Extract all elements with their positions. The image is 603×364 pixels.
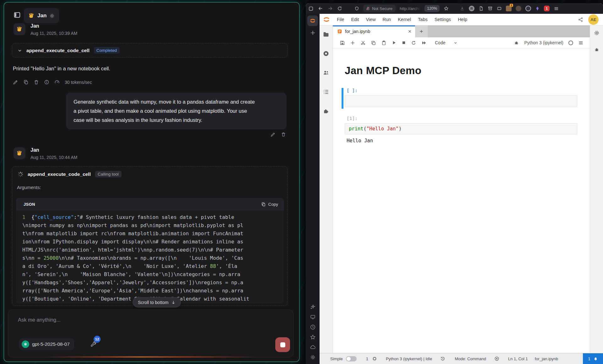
chat-input-placeholder[interactable]: Ask me anything... bbox=[18, 317, 61, 323]
paste-cell-icon[interactable] bbox=[381, 40, 386, 46]
code-paren: ( bbox=[364, 126, 366, 132]
run-cell-icon[interactable] bbox=[392, 40, 397, 45]
sidebar-toggle-icon[interactable] bbox=[14, 11, 21, 19]
sparkle-ai-icon[interactable] bbox=[310, 304, 316, 310]
tool-call-panel[interactable]: append_execute_code_cell Completed bbox=[12, 43, 288, 57]
address-bar-url[interactable]: http://archli bbox=[400, 6, 420, 11]
zoom-level-chip[interactable]: 120% bbox=[425, 5, 440, 12]
extension-page-icon[interactable] bbox=[479, 6, 484, 11]
history-clock-icon[interactable] bbox=[310, 324, 316, 330]
workspaces-icon[interactable] bbox=[310, 314, 316, 320]
chevron-down-icon[interactable] bbox=[17, 48, 22, 53]
menu-settings[interactable]: Settings bbox=[431, 17, 454, 22]
browser-menu-icon[interactable] bbox=[554, 6, 559, 11]
kernel-count: 1 bbox=[366, 356, 368, 361]
new-launcher-tab[interactable] bbox=[415, 25, 428, 37]
kernel-name-button[interactable]: Python 3 (ipykernel) bbox=[524, 40, 563, 45]
thread-title-pill[interactable]: Jan bbox=[24, 8, 59, 23]
file-browser-icon[interactable] bbox=[323, 31, 329, 38]
delete-trash-icon[interactable] bbox=[281, 132, 286, 137]
info-icon[interactable] bbox=[44, 79, 49, 85]
menu-run[interactable]: Run bbox=[379, 17, 395, 22]
stop-generation-button[interactable] bbox=[275, 337, 290, 352]
insert-cell-icon[interactable] bbox=[350, 40, 355, 46]
edit-pencil-icon[interactable] bbox=[271, 132, 276, 137]
tracking-shield-icon[interactable] bbox=[354, 6, 359, 11]
restart-run-all-icon[interactable] bbox=[421, 40, 427, 46]
user-avatar[interactable]: AE bbox=[588, 14, 599, 25]
extension-goggles-icon[interactable] bbox=[516, 6, 521, 11]
collaboration-users-icon[interactable] bbox=[323, 69, 329, 76]
notebook-tab[interactable]: for_jan.ipynb bbox=[333, 25, 415, 37]
kernel-status-label[interactable]: Python 3 (ipykernel) | Idle bbox=[386, 356, 432, 361]
save-icon[interactable] bbox=[340, 40, 345, 46]
share-icon[interactable] bbox=[578, 17, 583, 22]
bookmark-star-icon[interactable] bbox=[444, 6, 449, 11]
scroll-to-bottom-button[interactable]: Scroll to bottom bbox=[133, 297, 181, 307]
extension-window-icon[interactable] bbox=[497, 6, 502, 11]
notification-box[interactable]: 1 bbox=[583, 353, 603, 364]
code-content[interactable]: 1 {"cell_source":"# Synthetic luxury fas… bbox=[16, 210, 284, 303]
cell-collapser[interactable] bbox=[342, 88, 343, 109]
extension-monkey-icon[interactable]: 1 bbox=[506, 6, 512, 11]
back-icon[interactable] bbox=[318, 6, 323, 11]
settings-gear-icon[interactable] bbox=[310, 354, 316, 360]
debugger-panel-bug-icon[interactable] bbox=[594, 47, 600, 52]
copy-icon[interactable] bbox=[23, 79, 29, 85]
window-tile-icon[interactable] bbox=[308, 6, 314, 11]
cell-type-dropdown[interactable]: Code bbox=[435, 40, 458, 45]
menu-kernel[interactable]: Kernel bbox=[394, 17, 414, 22]
menu-help[interactable]: Help bbox=[454, 17, 471, 22]
extension-diamond-icon[interactable] bbox=[535, 6, 540, 11]
menu-edit[interactable]: Edit bbox=[348, 17, 362, 22]
thread-settings-gear-icon[interactable] bbox=[49, 13, 55, 19]
toolbar-menu-icon[interactable] bbox=[578, 40, 584, 46]
cell-prompt: [ ]: bbox=[347, 88, 577, 93]
message-action-row: 30 tokens/sec bbox=[13, 79, 92, 85]
jupyter-logo bbox=[323, 16, 330, 23]
interrupt-kernel-icon[interactable] bbox=[402, 41, 406, 45]
security-indicator[interactable]: Not Secure bbox=[363, 5, 396, 12]
chat-composer[interactable]: Ask me anything... gpt-5-2025-08-07 12 bbox=[8, 310, 293, 357]
copy-code-button[interactable]: Copy bbox=[261, 202, 278, 207]
browser-toolbar: Not Secure http://archli 120% R 1 1 bbox=[306, 3, 603, 14]
extension-archive-icon[interactable] bbox=[488, 6, 493, 11]
update-notification-badge[interactable]: 1 bbox=[544, 6, 550, 11]
bookmarks-star-icon[interactable] bbox=[310, 334, 316, 340]
table-of-contents-icon[interactable] bbox=[323, 89, 329, 95]
sync-cloud-icon[interactable] bbox=[310, 344, 316, 350]
menu-file[interactable]: File bbox=[333, 17, 348, 22]
extension-lock-circle-icon[interactable] bbox=[525, 6, 531, 11]
code-cell-empty[interactable]: [ ]: bbox=[345, 88, 577, 107]
forward-icon[interactable] bbox=[327, 6, 333, 11]
tool-status-badge: Completed bbox=[94, 47, 120, 54]
running-kernels-icon[interactable] bbox=[323, 50, 329, 57]
edit-pencil-icon[interactable] bbox=[13, 79, 18, 85]
extension-manager-icon[interactable] bbox=[323, 108, 329, 114]
cut-cell-icon[interactable] bbox=[360, 40, 366, 46]
downloads-icon[interactable] bbox=[460, 6, 465, 11]
browser-window: Not Secure http://archli 120% R 1 1 bbox=[306, 3, 603, 364]
extension-r-icon[interactable]: R bbox=[469, 6, 474, 11]
property-inspector-gear-icon[interactable] bbox=[594, 30, 600, 36]
code-cell-executed[interactable]: [1]: print("Hello Jan") Hello Jan bbox=[345, 116, 577, 144]
cell-editor[interactable] bbox=[345, 95, 577, 107]
menu-tabs[interactable]: Tabs bbox=[414, 17, 431, 22]
simple-mode-toggle[interactable] bbox=[346, 356, 357, 361]
notebook-heading: Jan MCP Demo bbox=[345, 65, 577, 77]
new-tab-icon[interactable] bbox=[310, 30, 316, 36]
kernel-history-icon[interactable] bbox=[440, 356, 445, 361]
jupyter-tab-icon[interactable] bbox=[307, 15, 318, 26]
debugger-bug-icon[interactable] bbox=[514, 40, 519, 46]
jupyterlab-app: File Edit View Run Kernel Tabs Settings … bbox=[320, 14, 603, 364]
menu-view[interactable]: View bbox=[362, 17, 379, 22]
cell-editor[interactable]: print("Hello Jan") bbox=[345, 123, 577, 134]
delete-trash-icon[interactable] bbox=[34, 79, 39, 85]
copy-cell-icon[interactable] bbox=[371, 40, 376, 46]
model-selector[interactable]: gpt-5-2025-08-07 bbox=[19, 338, 74, 350]
assistant-message-header: Jan Aug 11, 2025, 10:39 AM bbox=[14, 23, 77, 36]
restart-kernel-icon[interactable] bbox=[411, 40, 416, 46]
terminal-chip-icon[interactable] bbox=[372, 356, 377, 361]
reload-icon[interactable] bbox=[337, 6, 342, 11]
close-tab-icon[interactable] bbox=[408, 29, 412, 34]
